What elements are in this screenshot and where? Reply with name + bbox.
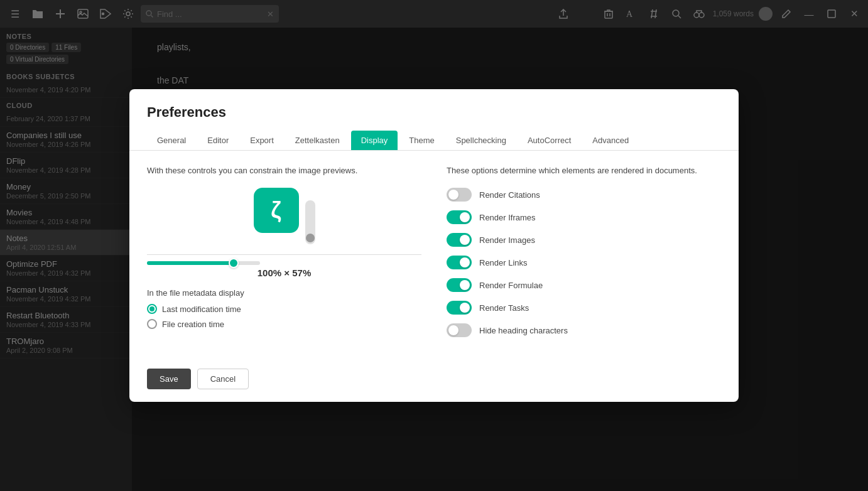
radio-last-modification[interactable]: Last modification time xyxy=(147,304,421,314)
save-button[interactable]: Save xyxy=(147,369,191,389)
toggle-heading[interactable] xyxy=(447,323,472,337)
left-description: With these controls you can constrain th… xyxy=(147,166,421,175)
toggle-citations[interactable] xyxy=(447,188,472,202)
h-slider-fill xyxy=(147,261,232,265)
tab-autocorrect[interactable]: AutoCorrect xyxy=(518,131,581,150)
toggle-render-images: Render Images xyxy=(447,233,721,247)
tab-advanced[interactable]: Advanced xyxy=(582,131,639,150)
toggle-render-formulae: Render Formulae xyxy=(447,278,721,292)
modal-header: Preferences xyxy=(129,89,739,131)
radio-btn-file-creation[interactable] xyxy=(147,319,157,329)
modal-tabs: General Editor Export Zettelkasten Displ… xyxy=(129,131,739,151)
toggle-render-citations: Render Citations xyxy=(447,188,721,202)
toggle-tasks[interactable] xyxy=(447,301,472,315)
slider-divider xyxy=(147,254,421,255)
radio-file-creation[interactable]: File creation time xyxy=(147,319,421,329)
toggle-label-iframes: Render Iframes xyxy=(479,213,536,222)
radio-btn-last-modification[interactable] xyxy=(147,304,157,314)
tab-export[interactable]: Export xyxy=(240,131,284,150)
slider-bar xyxy=(305,200,315,244)
toggle-label-formulae: Render Formulae xyxy=(479,281,543,290)
toggle-label-citations: Render Citations xyxy=(479,190,540,200)
slider-thumb-v xyxy=(306,234,315,242)
tab-general[interactable]: General xyxy=(147,131,196,150)
toggle-label-images: Render Images xyxy=(479,235,535,245)
tab-editor[interactable]: Editor xyxy=(197,131,239,150)
cancel-button[interactable]: Cancel xyxy=(197,369,249,389)
modal-overlay[interactable]: Preferences General Editor Export Zettel… xyxy=(0,0,868,491)
tab-theme[interactable]: Theme xyxy=(399,131,444,150)
toggle-render-links: Render Links xyxy=(447,256,721,269)
radio-label-file-creation: File creation time xyxy=(162,320,224,329)
modal-right-section: These options determine which elements a… xyxy=(447,166,721,346)
right-description: These options determine which elements a… xyxy=(447,166,721,175)
radio-group-label: In the file metadata display xyxy=(147,288,421,298)
modal-body: With these controls you can constrain th… xyxy=(129,151,739,361)
toggle-label-heading: Hide heading characters xyxy=(479,326,568,335)
tab-spellchecking[interactable]: Spellchecking xyxy=(446,131,516,150)
h-slider-thumb[interactable] xyxy=(229,258,239,268)
toggle-label-links: Render Links xyxy=(479,258,528,267)
toggle-formulae[interactable] xyxy=(447,278,472,292)
app-icon: ζ xyxy=(254,188,299,233)
percentage-label: 100% × 57% xyxy=(147,267,421,278)
preferences-modal: Preferences General Editor Export Zettel… xyxy=(129,89,739,402)
toggle-render-iframes: Render Iframes xyxy=(447,210,721,224)
tab-zettelkasten[interactable]: Zettelkasten xyxy=(285,131,350,150)
toggle-render-tasks: Render Tasks xyxy=(447,301,721,315)
modal-footer: Save Cancel xyxy=(129,361,739,402)
radio-label-last-modification: Last modification time xyxy=(162,305,241,314)
toggle-hide-heading: Hide heading characters xyxy=(447,323,721,337)
image-preview-container: ζ xyxy=(147,188,421,244)
h-slider-container xyxy=(147,261,421,265)
tab-display[interactable]: Display xyxy=(351,131,398,150)
modal-title: Preferences xyxy=(147,104,721,121)
toggle-label-tasks: Render Tasks xyxy=(479,303,529,313)
h-slider-track[interactable] xyxy=(147,261,260,265)
toggle-iframes[interactable] xyxy=(447,210,472,224)
toggle-images[interactable] xyxy=(447,233,472,247)
toggle-links[interactable] xyxy=(447,256,472,269)
modal-left-section: With these controls you can constrain th… xyxy=(147,166,421,346)
radio-group: In the file metadata display Last modifi… xyxy=(147,288,421,329)
